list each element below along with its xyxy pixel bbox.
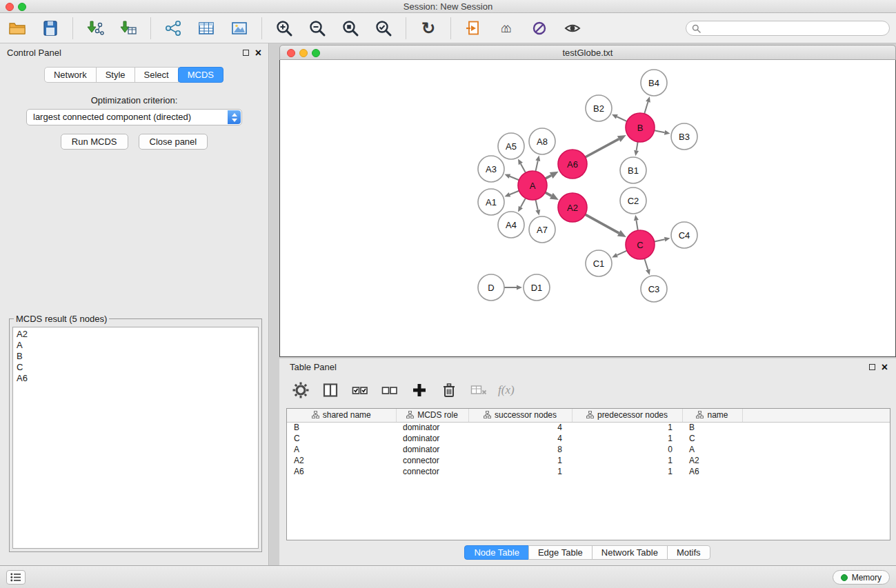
table-cell[interactable]: 8 [468,444,572,455]
graph-edge-D-D1[interactable] [504,285,522,290]
network-minimize-button[interactable] [299,49,308,57]
first-neighbors-button[interactable] [463,18,484,39]
result-item[interactable]: A2 [17,329,255,340]
network-zoom-button[interactable] [312,49,320,57]
graph-node-C3[interactable]: C3 [641,276,667,302]
table-cell[interactable]: B [682,422,742,433]
table-cell[interactable]: 4 [468,422,572,433]
tab-mcds[interactable]: MCDS [178,67,223,83]
delete-button[interactable] [439,380,459,401]
table-row[interactable]: Cdominator41C [287,433,890,444]
column-header-mcds-role[interactable]: MCDS role [396,409,468,422]
network-canvas[interactable]: AA1A2A3A4A5A6A7A8BB1B2B3B4CC1C2C3C4DD1 [279,60,896,357]
import-table-button[interactable] [118,18,139,39]
graph-edge-A-A4[interactable] [518,198,526,212]
graph-edge-C-C1[interactable] [612,251,627,258]
graph-edge-A6-B[interactable] [585,135,626,157]
table-cell[interactable]: 4 [468,433,572,444]
network-window-titlebar[interactable]: testGlobe.txt [279,45,896,60]
table-cell[interactable]: 1 [468,455,572,466]
table-cell[interactable]: B [287,422,396,433]
result-item[interactable]: C [17,362,255,373]
graph-node-B2[interactable]: B2 [586,95,612,121]
zoom-in-button[interactable] [274,18,295,39]
show-panels-button[interactable] [6,570,26,585]
table-cell[interactable]: 0 [572,444,682,455]
table-cell[interactable]: dominator [396,444,468,455]
table-cell[interactable]: 1 [572,466,682,477]
tab-network[interactable]: Network [44,67,97,83]
graph-edge-A-A2[interactable] [545,192,558,200]
mcds-result-list[interactable]: A2ABCA6 [12,327,259,549]
graph-node-A8[interactable]: A8 [529,128,555,154]
graph-node-B4[interactable]: B4 [641,70,667,96]
add-row-button[interactable] [409,380,430,401]
graph-node-B[interactable]: B [626,113,655,142]
network-graph[interactable]: AA1A2A3A4A5A6A7A8BB1B2B3B4CC1C2C3C4DD1 [280,60,895,356]
table-cell[interactable]: C [682,433,742,444]
table-cell[interactable]: A [287,444,396,455]
column-header-shared-name[interactable]: shared name [287,409,396,422]
graph-node-B3[interactable]: B3 [671,123,697,150]
network-close-button[interactable] [287,49,295,57]
graph-edge-B-B2[interactable] [612,114,627,121]
table-cell[interactable]: 1 [572,422,682,433]
tab-node-table[interactable]: Node Table [464,545,529,560]
graph-node-A4[interactable]: A4 [498,212,524,238]
column-header-name[interactable]: name [682,409,742,422]
open-session-button[interactable]: ⌂⌂ [496,18,517,39]
optimization-select[interactable]: largest connected component (directed) [26,109,242,125]
graph-node-A2[interactable]: A2 [558,193,587,222]
result-item[interactable]: B [17,351,255,362]
import-network-button[interactable] [85,18,106,39]
close-window-button[interactable] [6,3,14,11]
graph-node-D[interactable]: D [478,274,504,301]
graph-node-A[interactable]: A [518,171,547,200]
close-mcds-panel-button[interactable]: Close panel [139,134,208,150]
graph-edge-A-A3[interactable] [504,174,519,181]
graph-node-B1[interactable]: B1 [620,157,646,183]
graph-edge-C-C2[interactable] [634,215,639,231]
graph-edge-A2-C[interactable] [585,214,626,237]
save-session-button[interactable] [40,18,61,39]
graph-edge-B-B4[interactable] [644,97,650,114]
search-box[interactable] [686,21,890,36]
table-cell[interactable]: C [287,433,396,444]
graph-edge-C-C3[interactable] [644,258,650,275]
table-settings-button[interactable] [290,380,311,401]
table-cell[interactable]: connector [396,455,468,466]
graph-node-C[interactable]: C [626,230,655,259]
graph-node-A3[interactable]: A3 [478,156,504,182]
graph-node-A1[interactable]: A1 [478,189,504,215]
table-row[interactable]: A6connector11A6 [287,466,890,477]
result-item[interactable]: A [17,340,255,351]
close-table-panel-icon[interactable]: × [882,358,888,376]
table-row[interactable]: Bdominator41B [287,422,890,433]
new-table-button[interactable] [196,18,217,39]
graph-node-C2[interactable]: C2 [620,187,646,214]
float-table-panel-icon[interactable] [869,364,875,370]
graph-edge-A-A8[interactable] [535,156,540,172]
table-row[interactable]: A2connector11A2 [287,455,890,466]
table-cell[interactable]: dominator [396,422,468,433]
deselect-all-button[interactable] [379,380,400,401]
graph-edge-A-A7[interactable] [535,200,540,216]
graph-node-C1[interactable]: C1 [586,250,612,276]
search-input[interactable] [704,23,884,34]
show-graphics-button[interactable] [562,18,583,39]
graph-node-A6[interactable]: A6 [558,150,587,179]
table-cell[interactable]: dominator [396,433,468,444]
table-cell[interactable]: 1 [572,455,682,466]
table-cell[interactable]: A6 [682,466,742,477]
graph-edge-A-A1[interactable] [504,191,519,197]
function-builder-button[interactable]: f(x) [498,380,515,401]
table-cell[interactable]: A2 [682,455,742,466]
graph-edge-A-A5[interactable] [518,159,526,172]
new-network-button[interactable] [163,18,183,39]
toggle-columns-button[interactable] [320,380,341,401]
table-cell[interactable]: connector [396,466,468,477]
select-all-button[interactable] [350,380,370,401]
table-cell[interactable]: 1 [468,466,572,477]
close-panel-icon[interactable]: × [255,43,261,63]
table-cell[interactable]: A2 [287,455,396,466]
